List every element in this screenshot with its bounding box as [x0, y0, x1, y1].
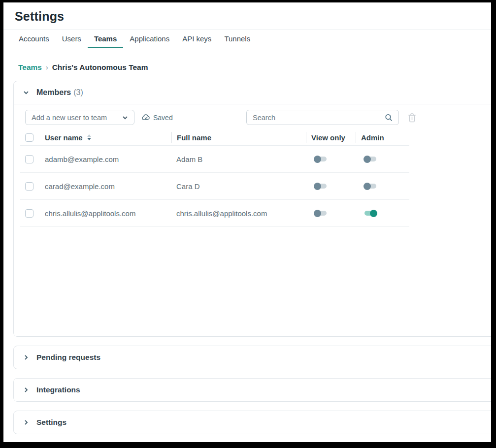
search-input[interactable] [253, 114, 384, 122]
chevron-right-icon [23, 354, 29, 360]
row-checkbox[interactable] [25, 209, 33, 218]
row-checkbox[interactable] [25, 155, 33, 163]
table-row: adamb@example.com Adam B [20, 146, 409, 173]
tab-applications[interactable]: Applications [123, 30, 176, 48]
cell-full-name: Cara D [171, 173, 306, 199]
search-box [246, 110, 399, 125]
admin-toggle[interactable] [364, 184, 376, 189]
members-count: (3) [73, 88, 83, 97]
add-user-dropdown-label: Add a new user to team [32, 114, 122, 122]
chevron-right-icon [23, 387, 29, 393]
add-user-dropdown[interactable]: Add a new user to team [25, 110, 134, 125]
team-settings-header[interactable]: Settings [14, 411, 491, 434]
row-checkbox[interactable] [25, 182, 33, 191]
breadcrumb-separator-icon: › [46, 64, 48, 71]
members-table-header-row: User name Full name View only Admin [20, 129, 409, 146]
toggle-knob [314, 156, 321, 163]
cell-user-name: adamb@example.com [40, 146, 171, 172]
integrations-header[interactable]: Integrations [14, 379, 491, 401]
team-settings-panel: Settings [13, 411, 491, 434]
breadcrumb-teams-link[interactable]: Teams [18, 63, 42, 72]
view-only-toggle[interactable] [315, 184, 327, 189]
view-only-toggle[interactable] [315, 211, 327, 216]
pending-requests-header[interactable]: Pending requests [14, 346, 491, 369]
chevron-down-icon [23, 90, 29, 96]
chevron-right-icon [23, 419, 29, 425]
page-header: Settings [3, 2, 491, 30]
section-title: Pending requests [36, 353, 100, 362]
header-full-name[interactable]: Full name [171, 132, 306, 143]
members-panel: Members (3) Add a new user to team Saved [13, 81, 491, 337]
trash-icon [407, 112, 417, 123]
page-title: Settings [15, 9, 491, 24]
header-admin: Admin [356, 132, 409, 143]
settings-page: Settings Accounts Users Teams Applicatio… [3, 2, 491, 442]
saved-status: Saved [142, 114, 173, 122]
delete-selected-button[interactable] [407, 112, 417, 123]
table-row: chris.allulis@applitools.com chris.allul… [20, 200, 409, 227]
tab-tunnels[interactable]: Tunnels [218, 30, 257, 48]
cell-full-name: Adam B [171, 146, 306, 172]
admin-toggle[interactable] [364, 157, 376, 161]
saved-label: Saved [153, 114, 173, 122]
tab-accounts[interactable]: Accounts [12, 30, 56, 48]
sort-icon[interactable] [87, 134, 91, 140]
members-title: Members [36, 88, 71, 97]
toggle-knob [314, 183, 321, 190]
cloud-saved-icon [142, 114, 150, 121]
section-title: Settings [36, 418, 66, 427]
settings-tabbar: Accounts Users Teams Applications API ke… [3, 30, 491, 48]
toggle-knob [364, 156, 371, 163]
section-title: Integrations [36, 385, 80, 394]
tab-teams[interactable]: Teams [88, 30, 123, 48]
search-icon[interactable] [384, 113, 394, 123]
pending-requests-panel: Pending requests [13, 346, 491, 369]
view-only-toggle[interactable] [315, 157, 327, 161]
breadcrumb-current-team: Chris's Autonomous Team [52, 63, 148, 72]
tab-api-keys[interactable]: API keys [176, 30, 218, 48]
members-panel-header[interactable]: Members (3) [14, 81, 491, 104]
select-all-checkbox[interactable] [25, 133, 33, 142]
admin-toggle[interactable] [364, 211, 376, 216]
header-checkbox-cell [20, 129, 40, 145]
cell-user-name: carad@example.com [40, 173, 171, 199]
members-table: User name Full name View only Admin adam… [20, 129, 409, 227]
header-view-only: View only [306, 132, 356, 143]
table-row: carad@example.com Cara D [20, 173, 409, 200]
integrations-panel: Integrations [13, 378, 491, 402]
cell-full-name: chris.allulis@applitools.com [171, 200, 306, 226]
toggle-knob [370, 210, 377, 217]
toggle-knob [364, 183, 371, 190]
header-user-name[interactable]: User name [40, 129, 171, 145]
members-toolbar: Add a new user to team Saved [25, 110, 417, 125]
cell-user-name: chris.allulis@applitools.com [40, 200, 171, 226]
toggle-knob [314, 210, 321, 217]
tab-users[interactable]: Users [56, 30, 88, 48]
chevron-down-icon [122, 115, 128, 121]
breadcrumb: Teams › Chris's Autonomous Team [3, 48, 491, 81]
